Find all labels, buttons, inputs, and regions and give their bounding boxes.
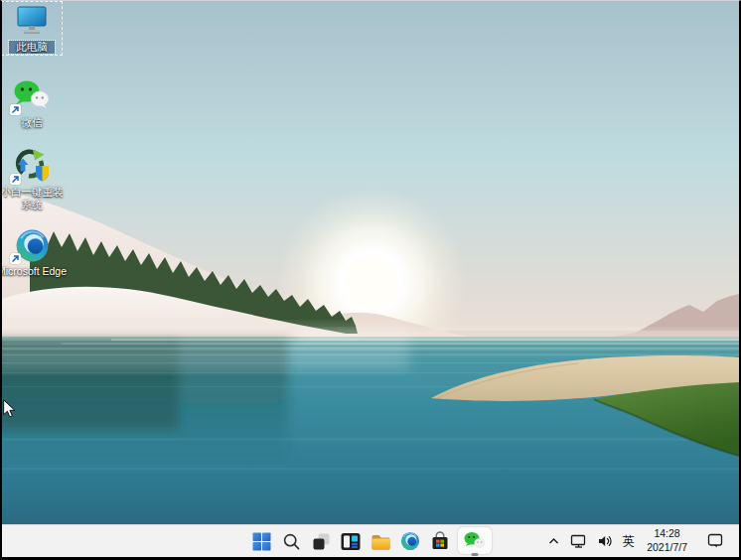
running-app-indicator <box>472 553 479 556</box>
ethernet-network-icon <box>570 533 587 549</box>
shortcut-arrow-icon <box>10 104 21 115</box>
notification-bubble-icon <box>707 533 724 549</box>
date-label: 2021/7/7 <box>647 541 687 555</box>
desktop-icon-xiaobai-reinstall[interactable]: 小白一键重装系统 <box>3 148 61 210</box>
taskbar: 英 14:28 2021/7/7 <box>2 524 739 557</box>
shortcut-arrow-icon <box>10 253 21 264</box>
notification-center-button[interactable] <box>705 531 726 551</box>
desktop-icon-label: Microsoft Edge <box>0 265 68 278</box>
search-button[interactable] <box>276 525 306 558</box>
search-icon <box>282 532 301 551</box>
time-label: 14:28 <box>654 527 679 541</box>
windows-desktop-screen: 此电脑 微信 <box>0 0 741 560</box>
show-hidden-icons-button[interactable] <box>545 533 562 549</box>
task-view-icon <box>312 532 331 551</box>
task-view-button[interactable] <box>306 525 336 558</box>
windows-logo-icon <box>252 532 271 551</box>
widgets-icon <box>341 532 361 551</box>
taskbar-center-buttons <box>246 525 495 558</box>
desktop-icon-this-pc[interactable]: 此电脑 <box>3 3 61 54</box>
clock[interactable]: 14:28 2021/7/7 <box>643 527 691 554</box>
language-indicator[interactable]: 英 <box>621 531 638 552</box>
mouse-cursor <box>3 399 16 418</box>
desktop-icon-microsoft-edge[interactable]: Microsoft Edge <box>3 227 61 278</box>
chevron-up-icon <box>547 535 560 547</box>
shortcut-arrow-icon <box>10 174 21 185</box>
network-button[interactable] <box>568 531 589 551</box>
system-tray: 英 14:28 2021/7/7 <box>545 525 739 558</box>
wechat-icon <box>12 78 52 114</box>
volume-button[interactable] <box>595 531 615 551</box>
desktop[interactable]: 此电脑 微信 <box>2 1 739 524</box>
start-button[interactable] <box>246 525 276 558</box>
desktop-icon-wechat[interactable]: 微信 <box>3 78 61 129</box>
wechat-icon <box>463 531 487 552</box>
wechat-taskbar-button[interactable] <box>455 525 495 558</box>
folder-icon <box>370 532 391 551</box>
wallpaper-lake-landscape <box>2 1 739 524</box>
store-icon <box>430 531 450 551</box>
edge-browser-button[interactable] <box>395 525 425 558</box>
microsoft-store-button[interactable] <box>425 525 455 558</box>
language-label: 英 <box>623 533 636 550</box>
desktop-icon-label: 此电脑 <box>9 41 55 54</box>
this-pc-monitor-icon <box>12 3 52 39</box>
widgets-button[interactable] <box>336 525 366 558</box>
speaker-icon <box>597 533 613 549</box>
edge-icon <box>400 531 420 551</box>
file-explorer-button[interactable] <box>366 525 395 558</box>
edge-icon <box>12 227 52 263</box>
desktop-icon-label: 小白一键重装系统 <box>0 186 68 210</box>
xiaobai-reinstall-icon <box>12 148 52 184</box>
desktop-icon-label: 微信 <box>0 116 68 129</box>
